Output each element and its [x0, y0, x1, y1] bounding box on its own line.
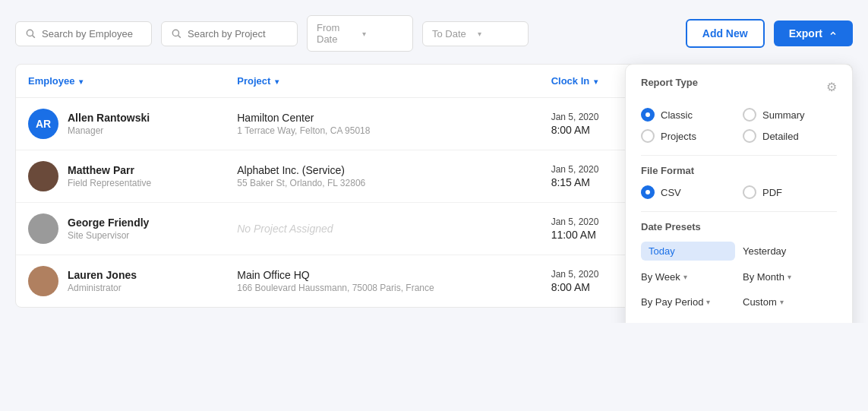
svg-line-3	[178, 36, 181, 38]
report-type-title: Report Type	[641, 77, 698, 88]
preset-by-pay-period[interactable]: By Pay Period ▾	[641, 293, 735, 311]
search-employee-box[interactable]	[15, 21, 152, 46]
clock-in-date: Jan 5, 2020	[551, 217, 629, 227]
project-name: Hamilton Center	[237, 112, 526, 124]
svg-point-0	[27, 30, 33, 36]
from-date-select[interactable]: From Date ▾	[307, 15, 413, 52]
employee-name: George Friendly	[68, 217, 149, 229]
by-week-caret-icon: ▾	[683, 273, 687, 281]
preset-by-week[interactable]: By Week ▾	[641, 268, 735, 286]
chevron-up-icon	[829, 29, 838, 38]
file-format-group: CSV PDF	[641, 185, 837, 199]
radio-circle-summary	[743, 108, 756, 122]
employee-role: Manager	[68, 125, 150, 136]
radio-classic[interactable]: Classic	[641, 108, 735, 122]
employee-name: Lauren Jones	[68, 269, 137, 281]
col-employee[interactable]: Employee ▾	[16, 65, 225, 98]
export-dropdown-panel: Report Type ⚙ Classic Summary Projects D…	[625, 64, 853, 323]
search-employee-input[interactable]	[42, 28, 142, 40]
date-presets-title: Date Presets	[641, 221, 837, 232]
clock-in-time: 8:00 AM	[551, 281, 629, 293]
dropdown-header: Report Type ⚙	[641, 77, 837, 97]
radio-csv-label: CSV	[661, 187, 681, 198]
by-pay-period-caret-icon: ▾	[706, 298, 710, 306]
export-button[interactable]: Export	[774, 21, 853, 46]
employee-cell: Lauren Jones Administrator	[16, 255, 225, 307]
radio-csv[interactable]: CSV	[641, 185, 735, 199]
to-date-caret-icon: ▾	[478, 30, 519, 38]
employee-role: Administrator	[68, 283, 137, 293]
radio-projects-label: Projects	[661, 131, 696, 142]
svg-point-2	[172, 30, 178, 36]
export-label: Export	[789, 27, 822, 40]
clock-in-date: Jan 5, 2020	[551, 164, 629, 175]
preset-today[interactable]: Today	[641, 242, 735, 261]
employee-role: Field Representative	[68, 178, 151, 188]
clock-in-time: 8:15 AM	[551, 176, 629, 188]
by-month-caret-icon: ▾	[788, 273, 791, 281]
radio-detailed-label: Detailed	[762, 131, 799, 142]
avatar	[28, 161, 58, 191]
project-address: 55 Baker St, Orlando, FL 32806	[237, 178, 526, 188]
sort-arrow-icon: ▾	[275, 77, 279, 86]
radio-pdf[interactable]: PDF	[743, 185, 837, 199]
employee-cell: George Friendly Site Supervisor	[16, 203, 225, 255]
preset-custom[interactable]: Custom ▾	[743, 293, 837, 311]
radio-circle-projects	[641, 129, 655, 143]
employee-cell: AR Allen Rantowski Manager	[16, 98, 225, 150]
toolbar: From Date ▾ To Date ▾ Add New Export	[15, 15, 853, 52]
clock-in-time: 8:00 AM	[551, 124, 629, 136]
employee-info: Allen Rantowski Manager	[68, 112, 150, 136]
radio-circle-csv	[641, 185, 655, 199]
search-icon	[171, 28, 181, 39]
clock-in-date: Jan 5, 2020	[551, 269, 629, 280]
radio-pdf-label: PDF	[762, 187, 782, 198]
no-project-label: No Project Assigned	[237, 223, 333, 235]
report-type-group: Classic Summary Projects Detailed	[641, 108, 837, 143]
radio-circle-pdf	[743, 185, 756, 199]
radio-detailed[interactable]: Detailed	[743, 129, 837, 143]
svg-line-1	[33, 36, 35, 38]
clock-in-time: 11:00 AM	[551, 229, 629, 241]
avatar	[28, 213, 58, 244]
employee-name: Matthew Parr	[68, 164, 151, 176]
add-new-button[interactable]: Add New	[686, 19, 765, 48]
employee-info: Lauren Jones Administrator	[68, 269, 137, 293]
radio-circle-classic	[641, 108, 655, 122]
custom-caret-icon: ▾	[780, 298, 784, 306]
project-address: 1 Terrace Way, Felton, CA 95018	[237, 125, 526, 136]
employee-cell: Matthew Parr Field Representative	[16, 150, 225, 202]
preset-by-month[interactable]: By Month ▾	[743, 268, 837, 286]
employee-role: Site Supervisor	[68, 230, 149, 241]
clock-in-date: Jan 5, 2020	[551, 112, 629, 122]
search-project-input[interactable]	[188, 28, 288, 40]
from-date-caret-icon: ▾	[362, 30, 403, 38]
divider-1	[641, 155, 837, 156]
search-icon	[25, 28, 36, 39]
preset-yesterday[interactable]: Yesterday	[743, 242, 837, 261]
employee-name: Allen Rantowski	[68, 112, 150, 124]
file-format-title: File Format	[641, 165, 837, 176]
col-project[interactable]: Project ▾	[225, 65, 538, 98]
gear-icon[interactable]: ⚙	[826, 80, 837, 94]
presets-grid: Today Yesterday By Week ▾ By Month ▾ By …	[641, 242, 837, 311]
radio-summary-label: Summary	[762, 109, 805, 121]
project-name: Main Office HQ	[237, 269, 526, 281]
to-date-label: To Date	[432, 28, 473, 40]
main-content: Employee ▾ Project ▾ Clock In ▾ Clock Ou…	[15, 64, 853, 308]
project-address: 166 Boulevard Haussmann, 75008 Paris, Fr…	[237, 283, 526, 293]
search-project-box[interactable]	[161, 21, 298, 46]
employee-info: Matthew Parr Field Representative	[68, 164, 151, 188]
radio-summary[interactable]: Summary	[743, 108, 837, 122]
avatar: AR	[28, 109, 58, 139]
sort-arrow-icon: ▾	[79, 77, 83, 86]
radio-circle-detailed	[743, 129, 756, 143]
avatar	[28, 266, 58, 296]
employee-info: George Friendly Site Supervisor	[68, 217, 149, 241]
radio-classic-label: Classic	[661, 109, 693, 121]
from-date-label: From Date	[317, 22, 358, 45]
project-name: Alphabet Inc. (Service)	[237, 164, 526, 176]
to-date-select[interactable]: To Date ▾	[422, 21, 529, 46]
radio-projects[interactable]: Projects	[641, 129, 735, 143]
sort-arrow-icon: ▾	[594, 77, 598, 86]
